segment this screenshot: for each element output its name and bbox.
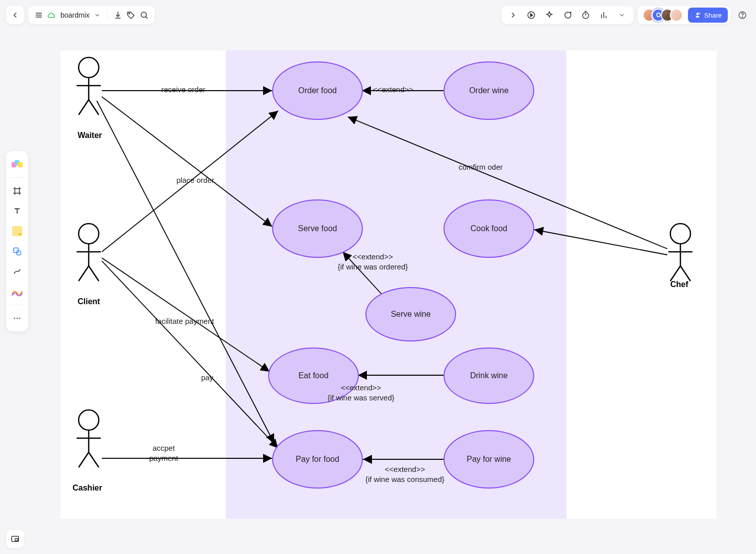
usecase-serve-food[interactable]: Serve food [272,199,363,258]
chevron-right-button[interactable] [506,8,521,23]
usecase-pay-wine[interactable]: Pay for wine [444,430,534,489]
comment-button[interactable] [560,8,575,23]
actor-label-chef: Chef [670,280,688,289]
collaborators-pill: O Share [638,6,731,24]
svg-point-4 [141,12,147,18]
chart-button[interactable] [596,8,611,23]
top-right-toolbar [501,6,634,24]
svg-point-32 [17,318,18,319]
templates-button[interactable] [8,155,26,173]
usecase-drink-wine[interactable]: Drink wine [444,348,534,404]
svg-rect-21 [18,162,23,167]
minimap-button[interactable] [6,530,24,548]
text-button[interactable] [8,202,26,220]
play-button[interactable] [524,8,539,23]
edge-pay: pay [201,373,213,383]
edge-receive-order: receive order [161,85,206,95]
chevron-down-icon [94,12,101,19]
share-icon [694,12,701,19]
pen-button[interactable] [8,283,26,301]
timer-button[interactable] [578,8,593,23]
edge-confirm-order: comfirm oder [459,162,503,172]
document-title: boardmix [60,11,90,19]
svg-marker-7 [531,14,533,17]
actor-label-cashier: Cashier [73,483,102,493]
usecase-serve-wine[interactable]: Serve wine [365,287,456,341]
menu-icon [34,11,43,20]
edge-extend-order-wine: <<extend>> [373,85,413,95]
svg-rect-29 [14,248,18,252]
edge-accept-payment: accpet payment [149,443,178,463]
svg-line-5 [146,17,147,18]
usecase-cook-food[interactable]: Cook food [444,199,534,258]
edge-extend-drink-wine: <<extend>> {if wine was served} [328,383,395,402]
share-label: Share [704,12,722,19]
connector-button[interactable] [8,262,26,281]
svg-point-3 [129,13,130,14]
usecase-pay-food[interactable]: Pay for food [272,430,363,489]
edge-extend-pay-wine: <<extend>> {if wine was consumed} [365,464,445,484]
svg-point-31 [14,318,15,319]
more-tools-button[interactable] [8,309,26,327]
edge-facilitate-payment: facilitate payment [155,316,214,326]
svg-point-33 [19,318,21,319]
sparkle-button[interactable] [542,8,557,23]
avatar[interactable] [670,9,683,22]
download-icon[interactable] [113,11,122,20]
sticky-note-button[interactable] [8,222,26,240]
share-button[interactable]: Share [688,8,728,23]
edge-place-order: place order [176,175,214,185]
left-toolbar [6,151,28,331]
usecase-order-food[interactable]: Order food [272,61,363,120]
avatar-initial: O [656,12,661,19]
shape-button[interactable] [8,242,26,260]
tag-icon[interactable] [127,11,136,20]
canvas[interactable]: Waiter Client Cashier Chef Order food Or… [60,50,717,519]
actor-label-waiter: Waiter [78,131,102,140]
actor-label-client: Client [78,297,100,306]
edge-extend-serve-wine: <<extend>> {if wine was ordered} [338,252,408,271]
svg-rect-35 [15,538,18,541]
cloud-icon [47,11,56,20]
document-title-pill[interactable]: boardmix [28,6,155,24]
help-button[interactable] [735,8,750,23]
svg-point-18 [742,17,742,17]
frame-button[interactable] [8,182,26,200]
search-icon[interactable] [140,11,149,20]
more-chevron-button[interactable] [614,8,629,23]
usecase-order-wine[interactable]: Order wine [444,61,534,120]
back-button[interactable] [6,6,24,24]
